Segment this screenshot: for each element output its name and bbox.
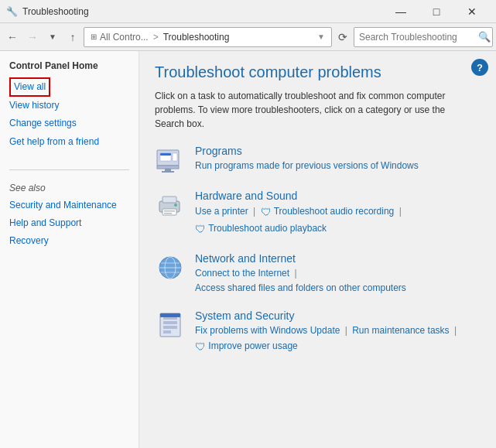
- breadcrumb-icon: ⊞: [91, 32, 97, 41]
- up-button[interactable]: ↑: [63, 28, 82, 46]
- network-title[interactable]: Network and Internet: [195, 252, 406, 265]
- sep3: |: [294, 268, 296, 279]
- close-button[interactable]: ✕: [454, 0, 490, 23]
- sep5: |: [454, 325, 457, 336]
- shield-icon-3: 🛡: [195, 340, 206, 353]
- content-description: Click on a task to automatically trouble…: [155, 89, 464, 131]
- titlebar-left: 🔧 Troubleshooting: [6, 6, 89, 17]
- search-icon: 🔍: [478, 31, 491, 43]
- category-hardware: Hardware and Sound Use a printer | 🛡 Tro…: [155, 190, 481, 238]
- svg-rect-2: [157, 166, 179, 169]
- sidebar-link-change-settings[interactable]: Change settings: [9, 115, 129, 132]
- svg-rect-9: [162, 197, 176, 203]
- help-button[interactable]: ?: [471, 59, 488, 76]
- programs-link-1[interactable]: Run programs made for previous versions …: [195, 160, 419, 171]
- sidebar-nav-section: Control Panel Home View all View history…: [0, 60, 139, 163]
- system-link-windows-update[interactable]: Fix problems with Windows Update: [195, 325, 340, 336]
- svg-rect-23: [163, 330, 171, 333]
- category-system-info: System and Security Fix problems with Wi…: [195, 309, 459, 356]
- back-button[interactable]: ←: [3, 28, 22, 46]
- network-link-connect[interactable]: Connect to the Internet: [195, 268, 289, 279]
- svg-rect-12: [164, 213, 172, 214]
- address-box[interactable]: ⊞ All Contro... > Troubleshooting ▼: [84, 27, 332, 47]
- search-box[interactable]: 🔍: [354, 27, 493, 47]
- sidebar-link-view-all[interactable]: View all: [9, 77, 50, 97]
- content-title: Troubleshoot computer problems: [155, 63, 481, 81]
- programs-icon: [155, 145, 186, 176]
- svg-rect-10: [162, 209, 176, 215]
- category-system: System and Security Fix problems with Wi…: [155, 309, 481, 356]
- category-programs-info: Programs Run programs made for previous …: [195, 145, 419, 173]
- hardware-links: Use a printer | 🛡 Troubleshoot audio rec…: [195, 203, 404, 238]
- sidebar-title: Control Panel Home: [9, 60, 129, 71]
- programs-links: Run programs made for previous versions …: [195, 159, 419, 173]
- svg-rect-11: [164, 210, 175, 212]
- addressbar: ← → ▼ ↑ ⊞ All Contro... > Troubleshootin…: [0, 23, 496, 51]
- category-network: Network and Internet Connect to the Inte…: [155, 252, 481, 296]
- breadcrumb-crumb1: All Contro...: [100, 32, 149, 43]
- refresh-button[interactable]: ⟳: [334, 28, 352, 46]
- network-link-shared[interactable]: Access shared files and folders on other…: [195, 282, 406, 293]
- content-area: ? Troubleshoot computer problems Click o…: [139, 51, 496, 448]
- address-separator: >: [153, 32, 159, 43]
- sidebar-link-security[interactable]: Security and Maintenance: [9, 197, 129, 214]
- sidebar-link-recovery[interactable]: Recovery: [9, 232, 129, 250]
- hardware-link-printer[interactable]: Use a printer: [195, 206, 248, 217]
- svg-rect-3: [165, 169, 171, 171]
- svg-point-13: [174, 203, 177, 207]
- category-programs: Programs Run programs made for previous …: [155, 145, 481, 176]
- hardware-icon: [155, 190, 186, 221]
- system-links: Fix problems with Windows Update | Run m…: [195, 323, 459, 356]
- sidebar: Control Panel Home View all View history…: [0, 51, 139, 448]
- hardware-title[interactable]: Hardware and Sound: [195, 190, 404, 202]
- programs-title[interactable]: Programs: [195, 145, 419, 157]
- system-icon: [155, 309, 186, 340]
- category-hardware-info: Hardware and Sound Use a printer | 🛡 Tro…: [195, 190, 404, 238]
- sidebar-link-get-help[interactable]: Get help from a friend: [9, 133, 129, 151]
- see-also-label: See also: [0, 176, 139, 197]
- sep2: |: [399, 206, 402, 217]
- forward-button[interactable]: →: [23, 28, 42, 46]
- sidebar-divider: [9, 169, 129, 170]
- sidebar-link-view-history[interactable]: View history: [9, 97, 129, 115]
- hardware-link-audio-playback[interactable]: Troubleshoot audio playback: [208, 224, 327, 234]
- app-icon: 🔧: [6, 6, 18, 17]
- shield-icon-2: 🛡: [195, 223, 206, 235]
- system-title[interactable]: System and Security: [195, 309, 459, 322]
- network-icon: [155, 252, 186, 283]
- svg-rect-7: [173, 153, 177, 161]
- sep1: |: [253, 206, 258, 217]
- address-dropdown-icon[interactable]: ▼: [317, 32, 325, 41]
- network-links: Connect to the Internet | Access shared …: [195, 266, 406, 296]
- titlebar-controls: — □ ✕: [383, 0, 490, 23]
- dropdown-button[interactable]: ▼: [43, 28, 62, 46]
- shield-icon-1: 🛡: [261, 206, 272, 218]
- minimize-button[interactable]: —: [383, 0, 419, 23]
- svg-rect-22: [163, 326, 177, 329]
- system-link-power[interactable]: Improve power usage: [208, 341, 297, 352]
- sidebar-link-help-support[interactable]: Help and Support: [9, 214, 129, 232]
- sep4: |: [345, 325, 350, 336]
- sidebar-see-also-section: Security and Maintenance Help and Suppor…: [0, 197, 139, 263]
- hardware-link-audio-recording[interactable]: Troubleshoot audio recording: [274, 206, 395, 217]
- search-input[interactable]: [359, 32, 475, 43]
- category-network-info: Network and Internet Connect to the Inte…: [195, 252, 406, 296]
- svg-rect-6: [160, 153, 171, 156]
- svg-rect-24: [160, 313, 180, 317]
- main-layout: Control Panel Home View all View history…: [0, 51, 496, 448]
- breadcrumb-crumb2: Troubleshooting: [163, 32, 230, 43]
- svg-rect-21: [163, 321, 177, 324]
- titlebar: 🔧 Troubleshooting — □ ✕: [0, 0, 496, 23]
- app-title: Troubleshooting: [22, 6, 89, 17]
- system-link-maintenance[interactable]: Run maintenance tasks: [352, 325, 449, 336]
- svg-rect-4: [162, 171, 174, 173]
- maximize-button[interactable]: □: [419, 0, 454, 23]
